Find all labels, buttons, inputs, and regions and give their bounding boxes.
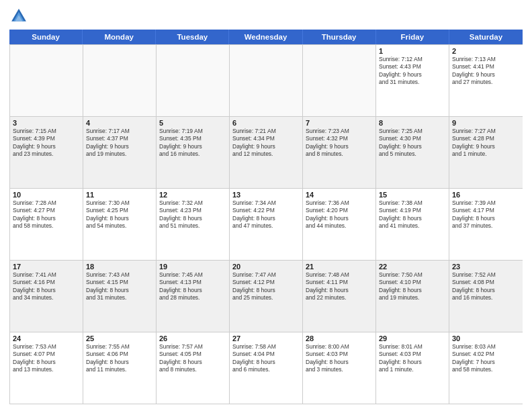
cell-info: Sunrise: 7:58 AM Sunset: 4:04 PM Dayligh…	[232, 343, 300, 374]
cell-info: Sunrise: 7:53 AM Sunset: 4:07 PM Dayligh…	[13, 343, 80, 374]
cell-info: Sunrise: 8:03 AM Sunset: 4:02 PM Dayligh…	[452, 343, 520, 374]
cell-info: Sunrise: 7:34 AM Sunset: 4:22 PM Dayligh…	[232, 199, 300, 230]
day-number: 20	[232, 263, 300, 271]
cell-info: Sunrise: 7:12 AM Sunset: 4:43 PM Dayligh…	[379, 56, 446, 87]
day-number: 8	[379, 119, 446, 127]
cell-info: Sunrise: 7:23 AM Sunset: 4:32 PM Dayligh…	[306, 128, 373, 158]
day-number: 10	[13, 191, 80, 199]
calendar-cell	[10, 45, 83, 116]
cell-info: Sunrise: 7:48 AM Sunset: 4:11 PM Dayligh…	[306, 271, 373, 302]
cell-info: Sunrise: 7:39 AM Sunset: 4:17 PM Dayligh…	[452, 199, 520, 230]
calendar-cell: 22Sunrise: 7:50 AM Sunset: 4:10 PM Dayli…	[376, 261, 449, 332]
calendar-cell: 7Sunrise: 7:23 AM Sunset: 4:32 PM Daylig…	[303, 117, 376, 188]
calendar-cell: 16Sunrise: 7:39 AM Sunset: 4:17 PM Dayli…	[449, 189, 523, 260]
calendar-row-2: 3Sunrise: 7:15 AM Sunset: 4:39 PM Daylig…	[10, 116, 523, 188]
calendar-cell: 27Sunrise: 7:58 AM Sunset: 4:04 PM Dayli…	[230, 332, 303, 404]
calendar-cell: 10Sunrise: 7:28 AM Sunset: 4:27 PM Dayli…	[10, 189, 83, 260]
calendar-body: 1Sunrise: 7:12 AM Sunset: 4:43 PM Daylig…	[9, 44, 523, 404]
weekday-header-friday: Friday	[376, 30, 449, 44]
day-number: 4	[86, 119, 153, 127]
day-number: 12	[159, 191, 226, 199]
weekday-header-monday: Monday	[83, 30, 156, 44]
calendar-cell: 8Sunrise: 7:25 AM Sunset: 4:30 PM Daylig…	[376, 117, 449, 188]
calendar-cell: 1Sunrise: 7:12 AM Sunset: 4:43 PM Daylig…	[376, 45, 449, 116]
day-number: 30	[452, 334, 520, 342]
cell-info: Sunrise: 7:32 AM Sunset: 4:23 PM Dayligh…	[159, 199, 226, 230]
header	[9, 7, 523, 26]
weekday-header-thursday: Thursday	[303, 30, 376, 44]
cell-info: Sunrise: 7:30 AM Sunset: 4:25 PM Dayligh…	[86, 199, 153, 230]
calendar-cell: 21Sunrise: 7:48 AM Sunset: 4:11 PM Dayli…	[303, 261, 376, 332]
calendar-cell: 17Sunrise: 7:41 AM Sunset: 4:16 PM Dayli…	[10, 261, 83, 332]
calendar-cell: 15Sunrise: 7:38 AM Sunset: 4:19 PM Dayli…	[376, 189, 449, 260]
day-number: 22	[379, 263, 446, 271]
cell-info: Sunrise: 7:13 AM Sunset: 4:41 PM Dayligh…	[452, 56, 520, 87]
cell-info: Sunrise: 7:38 AM Sunset: 4:19 PM Dayligh…	[379, 199, 446, 230]
cell-info: Sunrise: 7:52 AM Sunset: 4:08 PM Dayligh…	[452, 271, 520, 302]
cell-info: Sunrise: 7:15 AM Sunset: 4:39 PM Dayligh…	[13, 128, 80, 158]
day-number: 27	[232, 334, 300, 342]
weekday-header-saturday: Saturday	[449, 30, 523, 44]
cell-info: Sunrise: 7:57 AM Sunset: 4:05 PM Dayligh…	[159, 343, 226, 374]
calendar-cell: 2Sunrise: 7:13 AM Sunset: 4:41 PM Daylig…	[449, 45, 523, 116]
weekday-header-tuesday: Tuesday	[156, 30, 229, 44]
day-number: 7	[306, 119, 373, 127]
cell-info: Sunrise: 7:21 AM Sunset: 4:34 PM Dayligh…	[232, 128, 300, 158]
calendar-cell: 3Sunrise: 7:15 AM Sunset: 4:39 PM Daylig…	[10, 117, 83, 188]
calendar-cell	[83, 45, 157, 116]
calendar-cell: 18Sunrise: 7:43 AM Sunset: 4:15 PM Dayli…	[83, 261, 157, 332]
calendar-cell: 28Sunrise: 8:00 AM Sunset: 4:03 PM Dayli…	[303, 332, 376, 404]
cell-info: Sunrise: 7:27 AM Sunset: 4:28 PM Dayligh…	[452, 128, 520, 158]
calendar: SundayMondayTuesdayWednesdayThursdayFrid…	[9, 30, 523, 404]
calendar-header: SundayMondayTuesdayWednesdayThursdayFrid…	[9, 30, 523, 44]
cell-info: Sunrise: 8:01 AM Sunset: 4:03 PM Dayligh…	[379, 343, 446, 374]
day-number: 2	[452, 47, 520, 55]
logo-icon	[9, 7, 28, 26]
day-number: 18	[86, 263, 153, 271]
day-number: 17	[13, 263, 80, 271]
calendar-cell: 26Sunrise: 7:57 AM Sunset: 4:05 PM Dayli…	[157, 332, 230, 404]
cell-info: Sunrise: 7:45 AM Sunset: 4:13 PM Dayligh…	[159, 271, 226, 302]
calendar-cell: 6Sunrise: 7:21 AM Sunset: 4:34 PM Daylig…	[230, 117, 303, 188]
weekday-header-wednesday: Wednesday	[229, 30, 302, 44]
calendar-cell: 29Sunrise: 8:01 AM Sunset: 4:03 PM Dayli…	[376, 332, 449, 404]
day-number: 25	[86, 334, 153, 342]
calendar-cell: 23Sunrise: 7:52 AM Sunset: 4:08 PM Dayli…	[449, 261, 523, 332]
day-number: 26	[159, 334, 226, 342]
cell-info: Sunrise: 7:47 AM Sunset: 4:12 PM Dayligh…	[232, 271, 300, 302]
day-number: 9	[452, 119, 520, 127]
day-number: 14	[306, 191, 373, 199]
day-number: 28	[306, 334, 373, 342]
day-number: 15	[379, 191, 446, 199]
day-number: 5	[159, 119, 226, 127]
calendar-cell: 20Sunrise: 7:47 AM Sunset: 4:12 PM Dayli…	[230, 261, 303, 332]
day-number: 11	[86, 191, 153, 199]
day-number: 19	[159, 263, 226, 271]
calendar-cell: 24Sunrise: 7:53 AM Sunset: 4:07 PM Dayli…	[10, 332, 83, 404]
weekday-header-sunday: Sunday	[9, 30, 83, 44]
cell-info: Sunrise: 7:25 AM Sunset: 4:30 PM Dayligh…	[379, 128, 446, 158]
cell-info: Sunrise: 7:28 AM Sunset: 4:27 PM Dayligh…	[13, 199, 80, 230]
page: SundayMondayTuesdayWednesdayThursdayFrid…	[0, 0, 532, 411]
calendar-row-1: 1Sunrise: 7:12 AM Sunset: 4:43 PM Daylig…	[10, 44, 523, 116]
calendar-cell: 13Sunrise: 7:34 AM Sunset: 4:22 PM Dayli…	[230, 189, 303, 260]
logo	[9, 7, 31, 26]
calendar-cell: 30Sunrise: 8:03 AM Sunset: 4:02 PM Dayli…	[449, 332, 523, 404]
cell-info: Sunrise: 7:43 AM Sunset: 4:15 PM Dayligh…	[86, 271, 153, 302]
day-number: 3	[13, 119, 80, 127]
cell-info: Sunrise: 7:41 AM Sunset: 4:16 PM Dayligh…	[13, 271, 80, 302]
cell-info: Sunrise: 7:55 AM Sunset: 4:06 PM Dayligh…	[86, 343, 153, 374]
cell-info: Sunrise: 7:36 AM Sunset: 4:20 PM Dayligh…	[306, 199, 373, 230]
cell-info: Sunrise: 7:17 AM Sunset: 4:37 PM Dayligh…	[86, 128, 153, 158]
calendar-cell: 4Sunrise: 7:17 AM Sunset: 4:37 PM Daylig…	[83, 117, 157, 188]
day-number: 16	[452, 191, 520, 199]
calendar-cell	[303, 45, 376, 116]
calendar-cell: 5Sunrise: 7:19 AM Sunset: 4:35 PM Daylig…	[157, 117, 230, 188]
day-number: 6	[232, 119, 300, 127]
calendar-cell: 12Sunrise: 7:32 AM Sunset: 4:23 PM Dayli…	[157, 189, 230, 260]
calendar-cell: 19Sunrise: 7:45 AM Sunset: 4:13 PM Dayli…	[157, 261, 230, 332]
calendar-cell: 14Sunrise: 7:36 AM Sunset: 4:20 PM Dayli…	[303, 189, 376, 260]
cell-info: Sunrise: 8:00 AM Sunset: 4:03 PM Dayligh…	[306, 343, 373, 374]
cell-info: Sunrise: 7:19 AM Sunset: 4:35 PM Dayligh…	[159, 128, 226, 158]
calendar-cell: 9Sunrise: 7:27 AM Sunset: 4:28 PM Daylig…	[449, 117, 523, 188]
